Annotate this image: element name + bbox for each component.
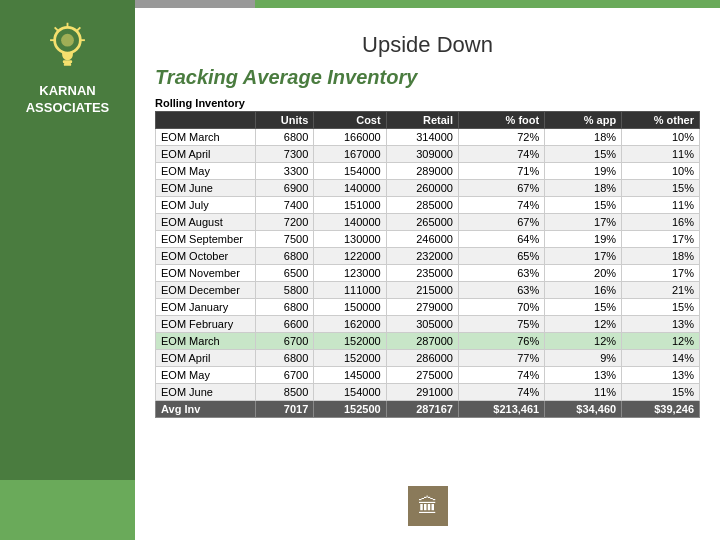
table-row: EOM April680015200028600077%9%14% <box>156 350 700 367</box>
table-row: EOM March670015200028700076%12%12% <box>156 333 700 350</box>
svg-point-9 <box>61 34 74 47</box>
logo-area: KARNAN ASSOCIATES <box>0 0 135 127</box>
table-row: EOM August720014000026500067%17%16% <box>156 214 700 231</box>
table-caption: Rolling Inventory <box>155 97 700 111</box>
table-row: EOM June850015400029100074%11%15% <box>156 384 700 401</box>
accent-bar <box>135 0 720 8</box>
table-row: EOM May670014500027500074%13%13% <box>156 367 700 384</box>
sidebar: KARNAN ASSOCIATES <box>0 0 135 540</box>
page-title-area: Upside Down <box>155 32 700 58</box>
table-row: EOM July740015100028500074%15%11% <box>156 197 700 214</box>
table-row: EOM December580011100021500063%16%21% <box>156 282 700 299</box>
main-content: Upside Down Tracking Average Inventory R… <box>135 0 720 540</box>
table-row: EOM September750013000024600064%19%17% <box>156 231 700 248</box>
col-header-units: Units <box>256 112 314 129</box>
table-row: EOM March680016600031400072%18%10% <box>156 129 700 146</box>
col-header-label <box>156 112 256 129</box>
table-row: EOM February660016200030500075%12%13% <box>156 316 700 333</box>
svg-rect-8 <box>64 63 71 66</box>
col-header-pct-other: % other <box>622 112 700 129</box>
footer-icon: 🏛 <box>408 486 448 526</box>
table-header-row: Units Cost Retail % foot % app % other <box>156 112 700 129</box>
inventory-table: Rolling Inventory Units Cost Retail % fo… <box>155 97 700 418</box>
table-row: EOM January680015000027900070%15%15% <box>156 299 700 316</box>
footer: 🏛 <box>155 478 700 530</box>
col-header-pct-foot: % foot <box>458 112 544 129</box>
page-title: Upside Down <box>155 32 700 58</box>
avg-inv-row: Avg Inv7017152500287167$213,461$34,460$3… <box>156 401 700 418</box>
table-row: EOM June690014000026000067%18%15% <box>156 180 700 197</box>
col-header-retail: Retail <box>386 112 458 129</box>
accent-bar-green <box>255 0 720 8</box>
svg-line-5 <box>55 27 59 31</box>
accent-bar-gray <box>135 0 255 8</box>
table-container: Rolling Inventory Units Cost Retail % fo… <box>155 97 700 478</box>
logo-icon <box>40 20 95 75</box>
col-header-pct-app: % app <box>545 112 622 129</box>
subtitle: Tracking Average Inventory <box>155 66 700 89</box>
col-header-cost: Cost <box>314 112 386 129</box>
sidebar-green-bar <box>0 480 135 540</box>
table-row: EOM November650012300023500063%20%17% <box>156 265 700 282</box>
table-row: EOM October680012200023200065%17%18% <box>156 248 700 265</box>
svg-line-6 <box>77 27 81 31</box>
svg-rect-7 <box>63 60 72 63</box>
brand-name: KARNAN ASSOCIATES <box>26 83 110 117</box>
table-row: EOM May330015400028900071%19%10% <box>156 163 700 180</box>
table-body: EOM March680016600031400072%18%10%EOM Ap… <box>156 129 700 418</box>
table-row: EOM April730016700030900074%15%11% <box>156 146 700 163</box>
